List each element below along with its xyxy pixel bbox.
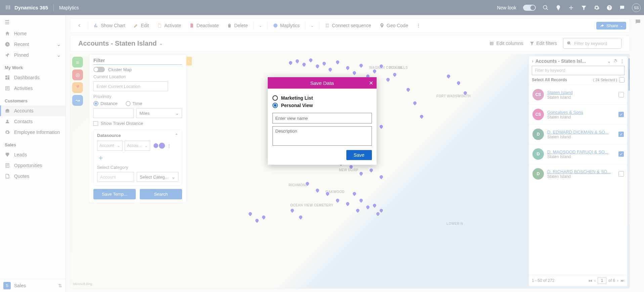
datasource-overflow[interactable]: ⋮ [167,143,171,148]
nav-dashboards[interactable]: Dashboards [0,72,66,83]
nav-employee-info[interactable]: Employee Information [0,127,66,138]
item-name[interactable]: Goncalves & Sons [547,110,615,115]
keyword-filter-input[interactable]: Filter by keyword [563,38,621,49]
copilot-rail-icon[interactable] [635,18,641,26]
cluster-toggle[interactable] [93,67,105,72]
nav-quotes[interactable]: Quotes [0,171,66,182]
item-checkbox[interactable] [618,92,624,97]
nav-home[interactable]: Home [0,28,66,39]
close-icon[interactable]: ✕ [369,80,373,86]
edit-filters-button[interactable]: Edit filters [529,41,557,46]
item-name[interactable]: D. MAQSOOD FARUQI & SO... [547,149,615,154]
category-select[interactable]: Select Categ...⌄ [137,172,178,182]
nav-contacts[interactable]: Contacts [0,116,66,127]
locate-tool-icon[interactable]: ◎ [72,69,83,80]
refresh-icon[interactable] [613,59,618,63]
activate-button[interactable]: Activate [154,21,184,30]
area-switcher[interactable]: S Sales ⇅ [0,279,66,292]
select-all-checkbox[interactable] [619,77,625,83]
layers-tool-icon[interactable]: ≡ [72,57,83,67]
nav-recent[interactable]: Recent⌄ [0,39,66,50]
datasource-entity-select[interactable]: Account⌄ [97,141,123,151]
personal-view-radio[interactable] [272,103,278,108]
chevron-right-icon[interactable]: › [532,58,533,64]
page-last-icon[interactable]: ⏭ [620,278,625,283]
headset-tool-icon[interactable]: 🎧 [629,58,630,69]
search-icon[interactable] [543,5,549,11]
page-prev-icon[interactable]: ‹ [594,278,596,283]
lightbulb-icon[interactable] [555,5,561,11]
show-chart-button[interactable]: Show Chart [90,21,129,30]
description-input[interactable] [272,126,372,146]
list-item[interactable]: D D. MAQSOOD FARUQI & SO...Staten Island [529,144,627,164]
share-button[interactable]: Share⌄ [596,22,626,30]
compass-icon[interactable]: ⟳ [629,182,630,193]
distance-input[interactable] [93,108,134,118]
edit-columns-button[interactable]: Edit columns [489,41,523,46]
nav-accounts[interactable]: Accounts [0,105,66,116]
view-name-input[interactable] [272,113,372,124]
item-name[interactable]: Staten Island [547,90,615,95]
maplytics-button[interactable]: Maplytics [269,21,303,30]
category-entity-select[interactable]: Account [97,172,134,182]
chevron-down-icon[interactable]: ⌄ [607,58,611,64]
marketing-list-radio[interactable] [272,95,278,101]
nav-opportunities[interactable]: Opportunities [0,160,66,171]
map-style-icon[interactable]: ▦ [629,171,630,182]
save-template-button[interactable]: Save Temp... [93,189,136,199]
funnel-icon[interactable] [581,5,587,11]
results-filter-input[interactable]: Filter by keyword [532,66,625,75]
delete-button[interactable]: Delete [223,21,251,30]
gear-icon[interactable] [594,5,600,11]
plus-icon[interactable] [568,5,574,11]
back-button[interactable] [74,21,86,30]
edit-button[interactable]: Edit [130,21,152,30]
nav-leads[interactable]: Leads [0,149,66,160]
collapse-panel-icon[interactable]: ‹ [186,57,192,65]
item-name[interactable]: D. RICHARD BOSCHEN & SO... [547,169,615,174]
view-title[interactable]: Accounts - Staten Island⌄ [78,40,163,47]
list-item[interactable]: CS Staten IslandStaten Island [529,85,627,104]
help-icon[interactable] [606,5,612,11]
overflow-button[interactable]: ⋮ [413,21,424,30]
item-checkbox[interactable] [618,112,624,117]
zoom-out-icon[interactable]: － [629,203,630,214]
connect-sequence-button[interactable]: Connect sequence [321,21,375,30]
unit-select[interactable]: Miles⌄ [136,108,182,118]
datasource-view-select[interactable]: Accou...⌄ [125,141,150,151]
distance-radio[interactable] [93,101,98,106]
list-item[interactable]: D D. RICHARD BOSCHEN & SO...Staten Islan… [529,164,627,184]
list-item[interactable]: CS Goncalves & SonsStaten Island [529,104,627,124]
hamburger-icon[interactable]: ☰ [5,19,61,26]
new-look-toggle[interactable] [523,5,536,11]
chat-icon[interactable] [619,5,625,11]
star-tool-icon[interactable]: ★ [629,80,630,91]
item-name[interactable]: D. EDWARD DICKMAN & SO... [547,130,615,135]
nav-pinned[interactable]: Pinned⌄ [0,50,66,60]
maplytics-dropdown[interactable]: ⌄ [307,22,317,30]
item-checkbox[interactable] [618,132,624,137]
results-overflow[interactable]: ⋮ [620,58,625,64]
pin-tool-icon[interactable]: 📍 [72,82,83,93]
page-first-icon[interactable]: ⏮ [588,278,592,283]
geo-code-button[interactable]: Geo Code [376,21,412,30]
user-avatar[interactable]: SS [632,3,641,12]
current-location-input[interactable] [93,81,168,91]
deactivate-button[interactable]: Deactivate [186,21,222,30]
page-next-icon[interactable]: › [617,278,618,283]
item-checkbox[interactable] [618,151,624,157]
app-name[interactable]: Maplytics [59,5,79,10]
add-datasource-button[interactable]: ＋ [97,153,178,163]
app-launcher-icon[interactable]: ⁞⁞⁞ [5,4,10,11]
route-tool-icon[interactable]: ↝ [72,95,83,106]
show-travel-checkbox[interactable] [93,121,98,126]
list-item[interactable]: D D. EDWARD DICKMAN & SO...Staten Island [529,124,627,144]
chevron-up-icon[interactable]: ⌃ [175,133,178,138]
page-input[interactable] [598,277,606,284]
time-radio[interactable] [126,101,131,106]
zoom-in-icon[interactable]: ＋ [629,193,630,203]
search-button[interactable]: Search [140,189,182,199]
list-tool-icon[interactable]: ☰ [629,69,630,80]
item-checkbox[interactable] [618,171,624,177]
save-button[interactable]: Save [346,150,372,160]
